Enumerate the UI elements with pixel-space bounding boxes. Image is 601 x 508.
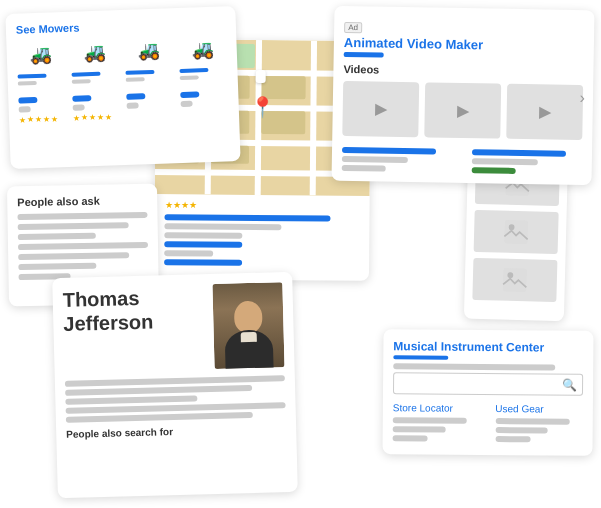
mower-bottom-1: ★★★★★ xyxy=(18,93,67,125)
music-search-input[interactable] xyxy=(399,375,562,392)
video-card: Ad Animated Video Maker Videos ▶ ▶ ▶ › xyxy=(331,6,594,186)
map-stars-row: ★★★★ xyxy=(165,200,360,212)
image-3[interactable] xyxy=(472,258,557,302)
mowers-grid: 🚜 🚜 🚜 🚜 xyxy=(16,34,228,88)
paf-person-3[interactable] xyxy=(77,446,78,491)
video-info xyxy=(342,144,582,178)
mower-bottom-4 xyxy=(180,87,229,119)
stars-2: ★★★★★ xyxy=(73,112,121,123)
mower-lines-2 xyxy=(71,68,120,87)
portrait-body xyxy=(225,329,274,369)
mower-icon-1: 🚜 xyxy=(22,40,59,69)
video-title[interactable]: Animated Video Maker xyxy=(344,35,584,54)
svg-rect-2 xyxy=(504,220,528,244)
star-rating: ★★★★ xyxy=(165,200,197,210)
mower-lines-3 xyxy=(125,66,174,85)
mower-item-1[interactable]: 🚜 xyxy=(16,40,66,89)
stars-1: ★★★★★ xyxy=(19,114,67,125)
portrait-head xyxy=(234,301,263,334)
video-thumb-3[interactable]: ▶ xyxy=(506,84,583,140)
used-gear-label[interactable]: Used Gear xyxy=(495,403,583,415)
music-card: Musical Instrument Center 🔍 Store Locato… xyxy=(382,329,593,456)
mower-icon-2: 🚜 xyxy=(76,38,113,67)
portrait-collar xyxy=(241,332,257,342)
mower-icon-4: 🚜 xyxy=(184,35,221,64)
tj-description xyxy=(65,375,286,423)
music-line-1 xyxy=(393,363,555,370)
paf-person-2[interactable] xyxy=(72,446,73,491)
svg-rect-4 xyxy=(503,268,527,292)
paa-title: People also ask xyxy=(17,194,147,208)
mower-item-2[interactable]: 🚜 xyxy=(70,38,120,87)
video-thumb-1[interactable]: ▶ xyxy=(342,81,419,137)
tj-portrait-inner xyxy=(212,282,284,369)
image-2[interactable] xyxy=(474,210,559,254)
map-label-box xyxy=(256,70,266,83)
music-col-store: Store Locator xyxy=(393,402,481,445)
search-icon[interactable]: 🔍 xyxy=(562,378,577,392)
music-cols: Store Locator Used Gear xyxy=(393,402,583,446)
paf-person-4[interactable] xyxy=(82,445,83,490)
tj-header: Thomas Jefferson xyxy=(62,282,284,373)
mower-item-4[interactable]: 🚜 xyxy=(178,34,228,83)
video-col-1 xyxy=(342,144,453,176)
music-title[interactable]: Musical Instrument Center xyxy=(393,339,583,355)
music-search-row: 🔍 xyxy=(393,372,583,396)
music-accent-bar xyxy=(393,355,448,359)
mowers-card: See Mowers 🚜 🚜 🚜 🚜 xyxy=(5,6,240,169)
video-col-2 xyxy=(472,146,583,178)
image-icon-3 xyxy=(501,266,530,295)
portrait-silhouette xyxy=(223,292,275,368)
mower-bottom-3 xyxy=(126,89,175,121)
map-info: ★★★★ xyxy=(154,194,370,276)
mower-icon-3: 🚜 xyxy=(130,36,167,65)
image-icon-2 xyxy=(502,218,531,247)
store-locator-label[interactable]: Store Locator xyxy=(393,402,481,414)
chevron-right-icon[interactable]: › xyxy=(579,89,585,107)
mower-lines-1 xyxy=(17,70,66,89)
paf-thumbnails xyxy=(67,440,288,491)
videos-section-label: Videos xyxy=(343,63,583,79)
map-pin: 📍 xyxy=(250,95,275,119)
video-thumb-2[interactable]: ▶ xyxy=(424,82,501,138)
video-accent-bar xyxy=(344,52,384,58)
mower-lines-4 xyxy=(179,64,228,83)
tj-portrait xyxy=(212,282,284,369)
paf-title: People also search for xyxy=(66,423,286,440)
paa-lines xyxy=(17,212,148,280)
ad-label: Ad xyxy=(344,22,362,33)
thomas-jefferson-card: Thomas Jefferson People also search for xyxy=(52,272,298,498)
paf-person-1[interactable] xyxy=(67,446,68,491)
mowers-title[interactable]: See Mowers xyxy=(16,16,226,35)
music-col-gear: Used Gear xyxy=(495,403,583,446)
video-thumbnails: ▶ ▶ ▶ xyxy=(342,81,583,140)
mower-bottom-2: ★★★★★ xyxy=(72,91,121,123)
tj-name: Thomas Jefferson xyxy=(62,284,204,373)
mowers-bottom-row: ★★★★★ ★★★★★ xyxy=(18,87,229,124)
mower-item-3[interactable]: 🚜 xyxy=(124,36,174,85)
